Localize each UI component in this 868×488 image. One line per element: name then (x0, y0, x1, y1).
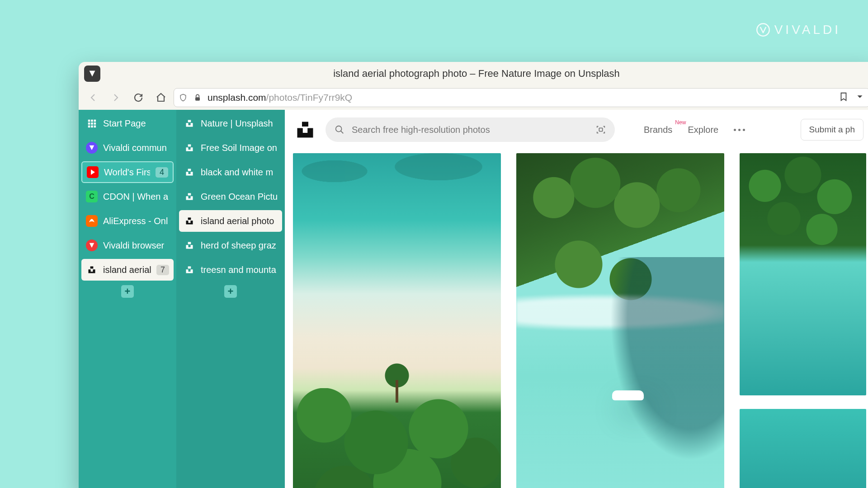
unsplash-icon (86, 264, 98, 276)
tab-column-primary: Start Page Vivaldi commun World's Firs 4… (79, 110, 176, 488)
home-button[interactable] (151, 88, 171, 108)
aliexpress-icon (86, 215, 98, 227)
reload-button[interactable] (128, 88, 148, 108)
url-path: /photos/TinFy7rr9kQ (266, 92, 353, 103)
new-tab-button[interactable]: + (121, 285, 134, 298)
browser-window: island aerial photograph photo – Free Na… (79, 62, 868, 488)
submit-photo-button[interactable]: Submit a ph (801, 119, 863, 141)
tab-label: treesn and mounta (201, 265, 276, 275)
page-content: Search free high-resolution photos Brand… (285, 110, 868, 488)
vivaldi-icon (87, 69, 97, 79)
tab-unsplash-stack-active[interactable]: island aerial 7 (81, 259, 174, 281)
svg-rect-10 (94, 126, 96, 128)
tab-column-stack: Nature | Unsplash Free Soil Image on bla… (176, 110, 285, 488)
svg-rect-19 (302, 122, 308, 127)
svg-rect-22 (599, 128, 602, 131)
tab-label: island aerial (103, 265, 151, 275)
svg-rect-17 (188, 242, 191, 244)
unsplash-icon (184, 264, 195, 276)
vivaldi-menu-button[interactable] (84, 66, 100, 82)
unsplash-icon (184, 239, 195, 251)
nav-explore[interactable]: Explore (688, 125, 718, 135)
svg-rect-11 (90, 267, 94, 269)
svg-rect-4 (94, 120, 96, 122)
vivaldi-logo-icon (756, 23, 770, 37)
stack-tab[interactable]: black and white m (179, 161, 282, 183)
tab-label: Vivaldi commun (103, 143, 167, 153)
addressbar-dropdown-button[interactable] (855, 92, 865, 104)
svg-rect-8 (88, 126, 90, 128)
photo-thumbnail[interactable] (516, 153, 724, 488)
unsplash-logo[interactable] (296, 120, 315, 139)
photo-thumbnail[interactable] (740, 409, 866, 488)
tab-vivaldi-browser[interactable]: Vivaldi browser (81, 235, 174, 256)
svg-rect-2 (88, 120, 90, 122)
workspace: Start Page Vivaldi commun World's Firs 4… (79, 110, 868, 488)
url-host: unsplash.com (208, 92, 266, 103)
tab-vivaldi-community[interactable]: Vivaldi commun (81, 137, 174, 159)
stack-tab[interactable]: Free Soil Image on (179, 137, 282, 159)
tab-label: AliExpress - Onl (103, 216, 168, 226)
svg-line-21 (341, 131, 344, 134)
back-button[interactable] (83, 88, 103, 108)
svg-point-20 (336, 126, 342, 132)
svg-rect-13 (188, 145, 191, 147)
nav-more-menu[interactable] (734, 129, 745, 131)
unsplash-icon (184, 142, 195, 154)
stack-tab[interactable]: herd of sheep graz (179, 235, 282, 256)
lock-icon (193, 93, 202, 102)
new-tab-button[interactable]: + (224, 285, 237, 298)
tab-label: Green Ocean Pictu (201, 192, 278, 202)
search-bar[interactable]: Search free high-resolution photos (326, 117, 615, 142)
unsplash-icon (296, 120, 315, 139)
stack-tab[interactable]: Nature | Unsplash (179, 113, 282, 134)
svg-point-0 (757, 23, 769, 36)
window-title: island aerial photograph photo – Free Na… (79, 68, 868, 80)
photo-gallery (285, 150, 868, 488)
chevron-left-icon (88, 92, 99, 103)
new-badge: New (675, 119, 686, 126)
plus-icon: + (228, 286, 234, 297)
svg-rect-18 (188, 267, 191, 269)
stack-tab[interactable]: Green Ocean Pictu (179, 186, 282, 207)
plus-icon: + (125, 286, 131, 297)
nav-brands[interactable]: Brands New (644, 125, 672, 135)
tab-youtube-stack[interactable]: World's Firs 4 (81, 161, 174, 183)
tab-cdon[interactable]: C CDON | When a (81, 186, 174, 207)
visual-search-icon[interactable] (596, 125, 606, 135)
unsplash-icon (184, 117, 195, 129)
site-header: Search free high-resolution photos Brand… (285, 110, 868, 150)
photo-thumbnail[interactable] (740, 153, 866, 395)
vivaldi-icon (86, 142, 98, 154)
search-placeholder: Search free high-resolution photos (352, 125, 490, 135)
vivaldi-watermark: VIVALDI (756, 23, 841, 37)
svg-rect-3 (91, 120, 93, 122)
address-bar[interactable]: unsplash.com/photos/TinFy7rr9kQ (174, 88, 868, 107)
caret-down-icon (855, 92, 865, 102)
svg-rect-5 (88, 122, 90, 125)
titlebar: island aerial photograph photo – Free Na… (79, 62, 868, 85)
home-icon (156, 92, 166, 103)
dot-icon (738, 129, 741, 131)
stack-tab-active[interactable]: island aerial photo (179, 210, 282, 232)
photo-thumbnail[interactable] (293, 153, 501, 488)
search-icon (335, 125, 344, 135)
forward-button[interactable] (106, 88, 126, 108)
svg-rect-1 (195, 97, 200, 101)
tab-start-page[interactable]: Start Page (81, 113, 174, 134)
bookmark-button[interactable] (839, 92, 849, 104)
site-nav: Brands New Explore (644, 125, 745, 135)
dot-icon (734, 129, 736, 131)
svg-rect-14 (188, 169, 191, 171)
svg-rect-7 (94, 122, 96, 125)
youtube-icon (87, 166, 99, 178)
unsplash-icon (184, 166, 195, 178)
stack-tab[interactable]: treesn and mounta (179, 259, 282, 281)
vivaldi-watermark-text: VIVALDI (774, 23, 841, 37)
tab-label: CDON | When a (103, 192, 168, 202)
cdon-icon: C (86, 191, 98, 202)
toolbar: unsplash.com/photos/TinFy7rr9kQ (79, 85, 868, 110)
svg-rect-16 (188, 218, 191, 220)
stack-count-badge: 7 (156, 265, 169, 275)
tab-aliexpress[interactable]: AliExpress - Onl (81, 210, 174, 232)
